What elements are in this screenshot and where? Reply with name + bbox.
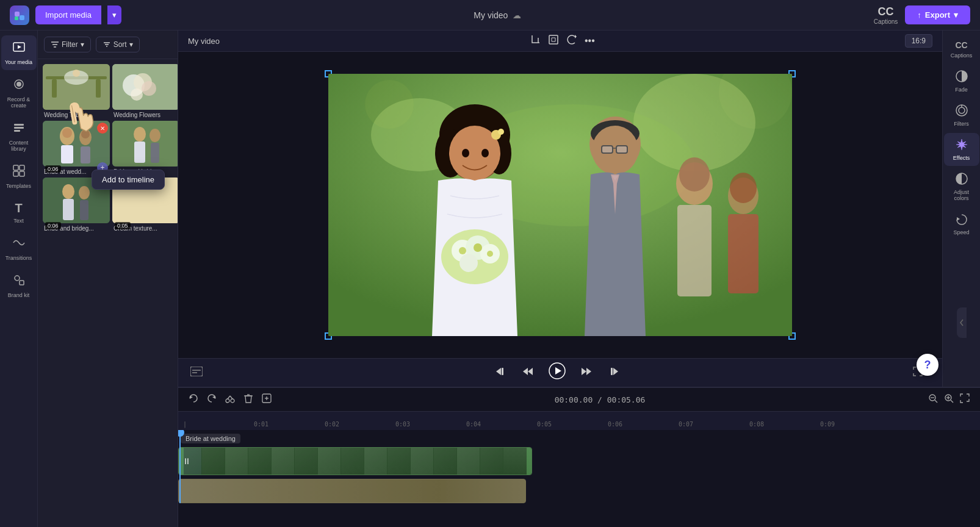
skip-back-button[interactable]	[495, 365, 507, 381]
sidebar-item-brand-kit[interactable]: Brand kit	[1, 268, 37, 303]
unsaved-icon: ☁	[513, 10, 521, 20]
filter-button[interactable]: Filter ▾	[44, 37, 91, 52]
brand-kit-icon	[12, 273, 26, 290]
delete-button[interactable]	[243, 393, 254, 406]
zoom-in-button[interactable]	[943, 393, 954, 406]
media-toolbar: Filter ▾ Sort ▾	[38, 30, 178, 59]
svg-rect-84	[190, 367, 203, 376]
svg-point-58	[462, 149, 469, 157]
sort-button[interactable]: Sort ▾	[96, 37, 140, 52]
svg-marker-87	[496, 368, 501, 375]
svg-point-32	[62, 128, 72, 138]
sidebar-item-your-media[interactable]: Your media	[1, 35, 37, 70]
play-button[interactable]	[549, 362, 566, 383]
media-item-cream-duration: 0:05	[115, 222, 131, 229]
clip-right-handle[interactable]	[527, 448, 531, 475]
timeline-playhead	[179, 430, 181, 503]
right-sidebar-effects[interactable]: Effects	[944, 133, 979, 166]
forward-button[interactable]	[580, 365, 593, 381]
right-sidebar: CC Captions Fade Filters	[942, 30, 980, 387]
svg-rect-78	[677, 205, 712, 296]
media-item-wedding-flowers-label: Wedding Flowers	[112, 112, 178, 118]
sidebar-item-record-create[interactable]: Record & create	[1, 73, 37, 113]
media-item-bride-brideg-2-duration: 0:06	[45, 222, 61, 229]
right-sidebar-adjust-colors[interactable]: Adjust colors	[944, 167, 979, 206]
svg-point-33	[81, 130, 90, 138]
crop-tool-button[interactable]	[530, 34, 541, 48]
svg-rect-7	[14, 124, 24, 126]
media-item-wedding-flowers[interactable]: Wedding Flowers	[112, 64, 178, 118]
export-button[interactable]: ↑ Export ▾	[905, 5, 970, 24]
right-sidebar-fade[interactable]: Fade	[944, 65, 979, 98]
media-item-bride-wedding[interactable]: 0:06 ✕ + Bride at wedd... Add to timelin…	[43, 121, 110, 175]
sidebar-item-content-library[interactable]: Content library	[1, 116, 37, 157]
ruler-mark-5: 0:05	[537, 421, 552, 428]
preview-right-area: My video ••• 16:9	[178, 30, 980, 387]
main-area: Your media Record & create Content libra…	[0, 30, 980, 527]
speed-label: Speed	[953, 229, 969, 235]
record-create-icon	[12, 77, 26, 94]
rotate-tool-button[interactable]	[566, 34, 577, 48]
resize-tool-button[interactable]	[548, 34, 559, 48]
svg-marker-102	[957, 217, 960, 221]
export-arrow-icon: ▾	[954, 10, 958, 20]
more-options-button[interactable]: •••	[585, 35, 595, 46]
svg-point-40	[62, 184, 74, 199]
clip-pause-icon: ⏸	[182, 456, 191, 466]
add-media-button[interactable]	[261, 393, 272, 406]
svg-marker-95	[613, 368, 618, 375]
media-item-wedding-table[interactable]: Wedding Table	[43, 64, 110, 118]
audio-track-clip[interactable]	[178, 479, 526, 503]
topbar-title: My video ☁	[474, 10, 521, 20]
preview-area: My video ••• 16:9	[178, 30, 942, 387]
preview-title: My video	[188, 37, 220, 46]
svg-point-35	[134, 127, 146, 142]
import-media-arrow-button[interactable]: ▾	[107, 5, 121, 24]
help-button[interactable]: ?	[917, 354, 939, 376]
import-media-button[interactable]: Import media	[35, 5, 101, 24]
cut-button[interactable]	[225, 393, 236, 406]
svg-marker-48	[575, 35, 577, 38]
right-sidebar-filters[interactable]: Filters	[944, 99, 979, 132]
svg-point-26	[131, 88, 143, 101]
svg-rect-11	[20, 165, 24, 170]
right-sidebar-speed[interactable]: Speed	[944, 207, 979, 240]
fit-timeline-button[interactable]	[959, 393, 970, 406]
effects-label: Effects	[953, 155, 970, 161]
svg-rect-15	[20, 281, 24, 285]
your-media-icon	[12, 40, 26, 57]
topbar-left: Import media ▾	[10, 5, 121, 25]
svg-rect-12	[13, 171, 18, 176]
right-panel-collapse-handle[interactable]	[957, 307, 967, 338]
effects-icon	[955, 138, 968, 152]
sidebar-item-text[interactable]: T Text	[1, 196, 37, 229]
ruler-mark-6: 0:06	[608, 421, 622, 428]
sidebar-item-transitions[interactable]: Transitions	[1, 231, 37, 266]
svg-point-82	[365, 80, 414, 129]
subtitle-button[interactable]	[190, 367, 203, 379]
rewind-button[interactable]	[522, 365, 534, 381]
left-sidebar: Your media Record & create Content libra…	[0, 30, 38, 527]
svg-marker-104	[212, 396, 215, 399]
media-item-bride-delete-button[interactable]: ✕	[97, 123, 108, 134]
svg-rect-19	[96, 79, 101, 98]
timeline-content: Bride at wedding ⏸	[178, 430, 910, 503]
svg-rect-0	[15, 12, 20, 16]
skip-forward-button[interactable]	[607, 365, 619, 381]
add-to-timeline-menu-item[interactable]: Add to timeline	[102, 175, 154, 184]
ruler-mark-2: 0:02	[325, 421, 339, 428]
zoom-out-button[interactable]	[928, 393, 939, 406]
right-sidebar-captions[interactable]: CC Captions	[944, 35, 979, 63]
ruler-mark-9: 0:09	[820, 421, 835, 428]
adjust-colors-icon	[955, 172, 968, 187]
preview-ratio: 16:9	[905, 34, 932, 48]
sidebar-item-templates[interactable]: Templates	[1, 159, 37, 194]
content-library-icon	[12, 121, 26, 137]
redo-button[interactable]	[206, 393, 217, 406]
undo-button[interactable]	[188, 393, 199, 406]
sidebar-item-your-media-label: Your media	[5, 59, 32, 65]
media-item-bride-brideg-1[interactable]: Bride and brideg...	[112, 121, 178, 175]
captions-button[interactable]: CC Captions	[874, 5, 898, 25]
video-track-clip[interactable]: ⏸	[178, 447, 532, 475]
media-panel-scroll: Wedding Table Wedding Flowers	[38, 59, 178, 527]
